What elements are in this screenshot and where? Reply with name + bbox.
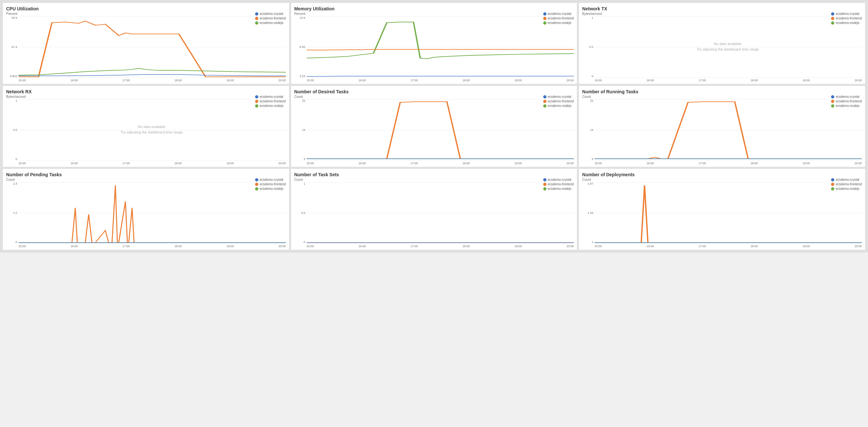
chart-inner xyxy=(19,182,286,243)
panel-running-tasks: Number of Running Tasks Count ecsdemo-cr… xyxy=(579,86,865,167)
x-label: 18:00 xyxy=(463,79,470,82)
y-label-bot: 3 xyxy=(304,158,305,161)
x-label: 16:00 xyxy=(647,162,654,165)
x-axis: 15:00 16:00 17:00 18:00 19:00 20:00 xyxy=(294,79,574,82)
y-axis: 2.4 1.2 0 xyxy=(6,182,19,243)
legend-crystal: ecsdemo-crystal xyxy=(255,178,286,182)
legend-crystal: ecsdemo-crystal xyxy=(543,178,574,182)
legend-crystal: ecsdemo-crystal xyxy=(543,12,574,15)
legend-crystal-label: ecsdemo-crystal xyxy=(548,95,571,98)
chart-area: 13.9 8.55 3.23 xyxy=(294,16,574,78)
x-label: 19:00 xyxy=(226,79,234,82)
y-label-bot: 0 xyxy=(591,74,593,78)
y-label-bot: 3 xyxy=(591,158,593,161)
x-label: 20:00 xyxy=(566,162,574,165)
y-label-top: 2.4 xyxy=(13,182,17,185)
y-axis: 1.67 1.33 1 xyxy=(582,182,594,243)
y-label-bot: 0 xyxy=(16,240,17,243)
legend-crystal: ecsdemo-crystal xyxy=(255,12,286,15)
legend-crystal-label: ecsdemo-crystal xyxy=(259,12,283,15)
x-label: 18:00 xyxy=(751,79,758,82)
x-label: 15:00 xyxy=(19,162,26,165)
panel-title: Number of Task Sets xyxy=(294,172,574,177)
x-label: 18:00 xyxy=(463,162,470,165)
chart-area: 1 0.5 0 No data available.Try adjusting … xyxy=(582,16,862,78)
y-label-bot: 0.801 xyxy=(10,74,17,78)
legend-crystal: ecsdemo-crystal xyxy=(831,95,862,98)
legend-crystal-label: ecsdemo-crystal xyxy=(836,12,859,15)
panel-title: Network RX xyxy=(6,89,286,94)
x-axis: 15:00 16:00 17:00 18:00 19:00 20:00 xyxy=(582,79,862,82)
chart-svg xyxy=(594,182,862,243)
x-label: 20:00 xyxy=(278,244,286,248)
x-label: 17:00 xyxy=(411,244,418,248)
y-axis: 13.9 8.55 3.23 xyxy=(294,16,307,78)
x-label: 16:00 xyxy=(359,79,366,82)
panel-title: Number of Running Tasks xyxy=(582,89,862,94)
x-label: 18:00 xyxy=(751,162,758,165)
y-label-top: 1.67 xyxy=(588,182,593,185)
x-label: 18:00 xyxy=(463,244,470,248)
x-label: 17:00 xyxy=(123,79,130,82)
dashboard: CPU Utilization Percent ecsdemo-crystal … xyxy=(0,0,868,253)
legend-crystal-label: ecsdemo-crystal xyxy=(548,178,571,182)
legend-crystal-label: ecsdemo-crystal xyxy=(836,178,859,182)
legend-crystal: ecsdemo-crystal xyxy=(831,12,862,15)
x-label: 17:00 xyxy=(699,244,706,248)
x-axis: 15:00 16:00 17:00 18:00 19:00 20:00 xyxy=(294,244,574,248)
y-label-mid: 0.5 xyxy=(301,211,305,215)
x-label: 17:00 xyxy=(411,79,418,82)
y-label-mid: 1.33 xyxy=(588,211,593,215)
y-label-top: 93.9 xyxy=(11,16,17,20)
chart-svg xyxy=(307,182,574,243)
chart-area: 1 0.5 0 xyxy=(294,182,574,243)
y-axis: 93.9 47.4 0.801 xyxy=(6,16,19,78)
chart-svg xyxy=(307,16,574,77)
chart-area: 93.9 47.4 0.801 xyxy=(6,16,286,78)
x-axis: 15:00 16:00 17:00 18:00 19:00 20:00 xyxy=(6,79,286,82)
panel-title: Network TX xyxy=(582,6,862,11)
legend-crystal-dot xyxy=(831,178,834,182)
x-axis: 15:00 16:00 17:00 18:00 19:00 20:00 xyxy=(294,162,574,165)
y-label-mid: 8.55 xyxy=(300,45,305,48)
grid-line xyxy=(594,77,862,78)
x-label: 20:00 xyxy=(566,79,574,82)
panel-title: Number of Pending Tasks xyxy=(6,172,286,177)
x-label: 15:00 xyxy=(307,244,314,248)
y-label-mid: 0.5 xyxy=(13,128,17,132)
x-label: 19:00 xyxy=(803,79,810,82)
legend-crystal-dot xyxy=(255,95,258,98)
x-label: 17:00 xyxy=(699,162,706,165)
x-label: 19:00 xyxy=(515,162,522,165)
x-label: 15:00 xyxy=(594,79,602,82)
legend-crystal: ecsdemo-crystal xyxy=(255,95,286,98)
x-label: 15:00 xyxy=(594,244,602,248)
y-label-mid: 47.4 xyxy=(11,45,17,48)
legend-crystal-dot xyxy=(255,178,258,182)
x-label: 17:00 xyxy=(699,79,706,82)
grid-line xyxy=(19,99,286,99)
y-label-top: 13.9 xyxy=(300,16,305,20)
panel-title: Memory Utilization xyxy=(294,6,574,11)
x-label: 16:00 xyxy=(70,244,78,248)
panel-desired-tasks: Number of Desired Tasks Count ecsdemo-cr… xyxy=(291,86,578,167)
legend-crystal-dot xyxy=(831,12,834,15)
y-label-top: 25 xyxy=(302,99,305,102)
panel-unit: Count xyxy=(582,178,862,182)
y-axis: 1 0.5 0 xyxy=(582,16,594,78)
legend-crystal-dot xyxy=(831,95,834,98)
chart-inner xyxy=(307,99,574,161)
chart-area: 1 0.5 0 No data available.Try adjusting … xyxy=(6,99,286,161)
panel-unit: Percent xyxy=(294,12,574,15)
panel-unit: Bytes/second xyxy=(6,95,286,98)
panel-unit: Bytes/second xyxy=(582,12,862,15)
y-label-mid: 14 xyxy=(590,128,593,132)
panel-network-rx: Network RX Bytes/second ecsdemo-crystal … xyxy=(3,86,289,167)
x-label: 19:00 xyxy=(803,244,810,248)
chart-inner: No data available.Try adjusting the dash… xyxy=(19,99,286,161)
x-axis: 15:00 16:00 17:00 18:00 19:00 20:00 xyxy=(582,162,862,165)
y-axis: 1 0.5 0 xyxy=(6,99,19,161)
legend-crystal: ecsdemo-crystal xyxy=(831,178,862,182)
x-label: 19:00 xyxy=(226,244,234,248)
legend-crystal-label: ecsdemo-crystal xyxy=(836,95,859,98)
